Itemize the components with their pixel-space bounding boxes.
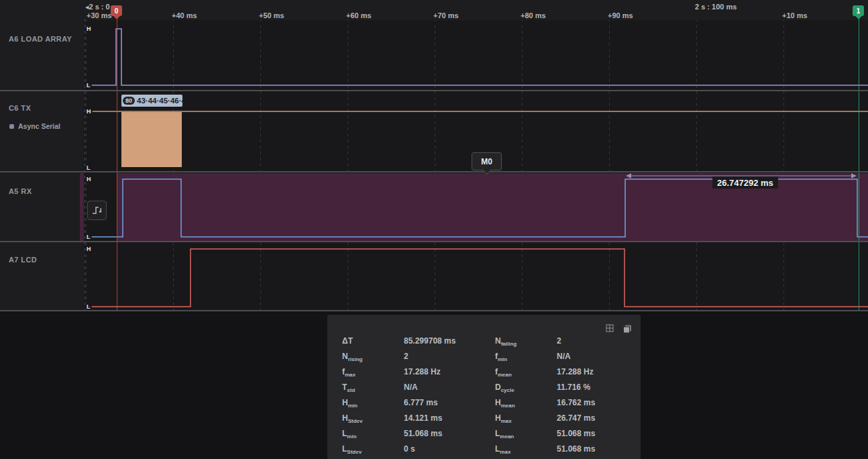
channel-label-a6-load-array[interactable]: A6 LOAD ARRAY: [9, 35, 72, 43]
channel-separator[interactable]: [0, 241, 868, 242]
trigger-icon: [91, 204, 103, 217]
gridline: [260, 19, 261, 311]
measurement-row: HStdev14.121 ms: [342, 409, 455, 425]
tick-label: +80 ms: [521, 11, 546, 19]
gridline: [696, 19, 697, 311]
channel-label-a7-lcd[interactable]: A7 LCD: [9, 256, 37, 264]
level-chip-high: H: [85, 108, 93, 115]
serial-data-annotation[interactable]: 80 43·44·45·46·4: [121, 95, 182, 107]
channel-label-a5-rx[interactable]: A5 RX: [9, 187, 32, 195]
copy-icon[interactable]: [622, 324, 633, 334]
measurement-row: ΔT85.299708 ms: [342, 332, 455, 348]
timing-marker-1[interactable]: 1: [853, 5, 864, 16]
measurement-marker-m0-label: M0: [481, 157, 492, 166]
measurement-row: Dcycle11.716 %: [495, 378, 595, 394]
measurement-row: Hmin6.777 ms: [342, 394, 455, 409]
measurement-row: Hmax26.747 ms: [495, 409, 595, 425]
gridline: [347, 19, 348, 311]
timing-marker-0-label: 0: [115, 7, 119, 15]
level-chip-high: H: [85, 176, 93, 183]
tick-label: +90 ms: [608, 11, 633, 19]
measurement-row: Hmean16.762 ms: [495, 394, 595, 409]
level-chip-high: H: [85, 246, 93, 252]
logic-analyzer-app: ◂2 s : 0 m 2 s : 100 ms +30 ms +40 ms +5…: [0, 0, 868, 459]
level-chip-low: L: [85, 303, 92, 310]
channel-separator[interactable]: [0, 310, 868, 311]
gridline: [173, 19, 174, 311]
measurement-marker-m0[interactable]: M0: [472, 152, 502, 170]
level-chip-high: H: [85, 26, 93, 32]
tick-label: +70 ms: [433, 11, 459, 19]
measurement-row: fmax17.288 Hz: [342, 363, 455, 378]
level-chip-low: L: [85, 82, 92, 89]
trigger-button[interactable]: [87, 201, 107, 220]
timing-marker-0-line: [117, 17, 117, 311]
annotation-framing-badge: 80: [123, 97, 135, 105]
timing-marker-1-line: [859, 17, 859, 311]
tick-label: +40 ms: [172, 11, 197, 19]
timeline-absolute-label-right: 2 s : 100 ms: [695, 3, 737, 11]
measurement-row: LStdev0 s: [342, 440, 455, 456]
annotation-bytes-text: 43·44·45·46·4: [137, 97, 182, 105]
analyzer-item-async-serial[interactable]: Async Serial: [9, 122, 60, 130]
tick-label: +50 ms: [259, 11, 284, 19]
level-chip-low: L: [85, 164, 92, 171]
gridline: [522, 19, 523, 311]
grid-icon[interactable]: [606, 324, 614, 333]
gridline: [609, 19, 610, 311]
timing-marker-0[interactable]: 0: [111, 5, 122, 16]
tick-label: +10 ms: [782, 11, 808, 19]
measurement-row: fminN/A: [495, 348, 595, 363]
measurement-row: fmean17.288 Hz: [495, 363, 595, 378]
measurement-panel: ΔT85.299708 ms Nrising2 fmax17.288 Hz Ts…: [327, 315, 641, 459]
channel-label-column: [0, 20, 84, 311]
measurement-row: Lmax51.068 ms: [495, 440, 595, 456]
measurement-row: Nfalling2: [495, 332, 595, 348]
gridline: [783, 19, 784, 311]
timeline-ruler[interactable]: ◂2 s : 0 m 2 s : 100 ms +30 ms +40 ms +5…: [0, 0, 868, 20]
measurement-row: TstdN/A: [342, 378, 455, 394]
measurement-table-right: Nfalling2 fminN/A fmean17.288 Hz Dcycle1…: [495, 332, 595, 456]
measurement-table-left: ΔT85.299708 ms Nrising2 fmax17.288 Hz Ts…: [342, 332, 455, 456]
channel-separator[interactable]: [0, 171, 868, 172]
analyzer-name: Async Serial: [18, 122, 60, 130]
measurement-row: Nrising2: [342, 348, 455, 363]
tick-label: +60 ms: [346, 11, 372, 19]
measurement-row: Lmin51.068 ms: [342, 425, 455, 440]
measurement-row: Lmean51.068 ms: [495, 425, 595, 440]
level-chip-low: L: [85, 234, 92, 240]
measurement-value-label[interactable]: 26.747292 ms: [712, 176, 778, 189]
channel-separator[interactable]: [0, 90, 868, 91]
analyzer-bullet-icon: [9, 124, 14, 129]
timing-marker-1-label: 1: [857, 7, 861, 15]
tick-label: +30 ms: [87, 11, 112, 19]
gridline: [435, 19, 435, 311]
channel-label-c6-tx[interactable]: C6 TX: [9, 104, 31, 112]
